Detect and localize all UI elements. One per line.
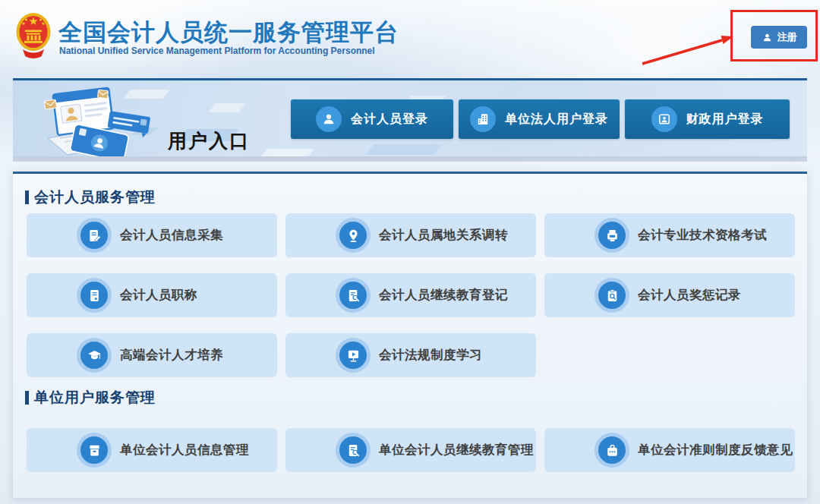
document-edit-icon <box>77 218 112 253</box>
decorative-tile <box>208 103 245 112</box>
service-card-reward-punishment-record[interactable]: 会计人员奖惩记录 <box>544 273 795 317</box>
section-title-bar <box>25 191 29 204</box>
section-title-accounting-personnel: 会计人员服务管理 <box>25 187 156 207</box>
register-button[interactable]: 注册 <box>751 26 807 49</box>
service-card-professional-title[interactable]: 会计人员职称 <box>27 273 277 317</box>
service-card-unit-continuing-education[interactable]: 单位会计人员继续教育管理 <box>285 428 536 472</box>
annotation-arrow <box>640 30 740 67</box>
service-card-info-collection[interactable]: 会计人员信息采集 <box>27 213 277 257</box>
graduation-cap-icon <box>77 338 112 373</box>
service-card-label: 单位会计人员信息管理 <box>120 442 249 458</box>
archive-box-icon <box>77 433 112 468</box>
page: 全国会计人员统一服务管理平台 National Unified Service … <box>0 0 820 504</box>
feedback-bag-icon <box>594 433 629 468</box>
laptop-illustration <box>30 83 166 159</box>
main-panel: 会计人员服务管理 会计人员信息采集 会计人员属地关系调转 会计专业技术资格考试 <box>13 172 807 498</box>
accountant-login-button[interactable]: 会计人员登录 <box>291 99 453 139</box>
service-card-label: 单位会计人员继续教育管理 <box>379 442 534 458</box>
service-card-label: 会计法规制度学习 <box>379 347 482 364</box>
annotation-highlight-box: 注册 <box>730 10 818 61</box>
section-title-label: 会计人员服务管理 <box>34 187 156 207</box>
section-title-label: 单位用户服务管理 <box>34 388 156 408</box>
register-label: 注册 <box>777 30 797 44</box>
printer-icon <box>594 218 629 253</box>
service-card-label: 会计人员职称 <box>120 287 197 304</box>
national-emblem-logo <box>15 11 52 60</box>
service-card-label: 会计人员继续教育登记 <box>379 287 508 304</box>
banner-title: 用户入口 <box>168 128 250 153</box>
service-card-label: 高端会计人才培养 <box>120 347 223 364</box>
service-card-label: 会计人员奖惩记录 <box>638 287 741 304</box>
person-icon <box>762 32 773 43</box>
login-button-label: 单位法人用户登录 <box>505 112 608 128</box>
clipboard-search-icon <box>594 278 629 313</box>
building-icon <box>470 106 496 132</box>
service-card-continuing-education-registration[interactable]: 会计人员继续教育登记 <box>285 273 536 317</box>
site-title: 全国会计人员统一服务管理平台 <box>58 17 399 49</box>
id-badge-icon <box>651 106 677 132</box>
card-row: 高端会计人才培养 会计法规制度学习 <box>27 333 795 377</box>
finance-user-login-button[interactable]: 财政用户登录 <box>625 99 790 139</box>
service-card-unit-info-management[interactable]: 单位会计人员信息管理 <box>27 428 277 472</box>
user-entry-banner: 用户入口 会计人员登录 单位法人用户登录 财政用户登录 <box>13 78 807 162</box>
document-search-icon <box>336 278 371 313</box>
unit-legal-person-login-button[interactable]: 单位法人用户登录 <box>459 99 620 139</box>
service-card-standards-feedback[interactable]: 单位会计准则制度反馈意见 <box>544 428 795 472</box>
location-pin-icon <box>336 218 371 253</box>
site-subtitle: National Unified Service Management Plat… <box>59 46 375 56</box>
service-card-label: 会计人员属地关系调转 <box>379 227 508 244</box>
service-card-label: 会计专业技术资格考试 <box>638 227 767 244</box>
card-row: 会计人员信息采集 会计人员属地关系调转 会计专业技术资格考试 <box>27 213 795 257</box>
service-card-talent-training[interactable]: 高端会计人才培养 <box>27 333 277 377</box>
person-icon <box>316 106 342 132</box>
document-search-icon <box>336 433 371 468</box>
section-title-bar <box>25 391 29 405</box>
service-card-label: 会计人员信息采集 <box>120 227 223 244</box>
card-row: 会计人员职称 会计人员继续教育登记 会计人员奖惩记录 <box>27 273 795 317</box>
section-title-unit-user: 单位用户服务管理 <box>25 388 156 408</box>
login-button-label: 会计人员登录 <box>351 112 428 128</box>
decorative-tile <box>260 149 314 158</box>
service-card-qualification-exam[interactable]: 会计专业技术资格考试 <box>544 213 795 257</box>
document-lines-icon <box>77 278 112 313</box>
service-card-law-study[interactable]: 会计法规制度学习 <box>285 333 536 377</box>
service-card-locality-transfer[interactable]: 会计人员属地关系调转 <box>285 213 536 257</box>
login-button-label: 财政用户登录 <box>686 112 764 128</box>
service-card-label: 单位会计准则制度反馈意见 <box>638 442 793 458</box>
video-learning-icon <box>336 338 371 373</box>
decorative-tile <box>366 144 443 155</box>
card-row: 单位会计人员信息管理 单位会计人员继续教育管理 单位会计准则制度反馈意见 <box>27 428 795 472</box>
